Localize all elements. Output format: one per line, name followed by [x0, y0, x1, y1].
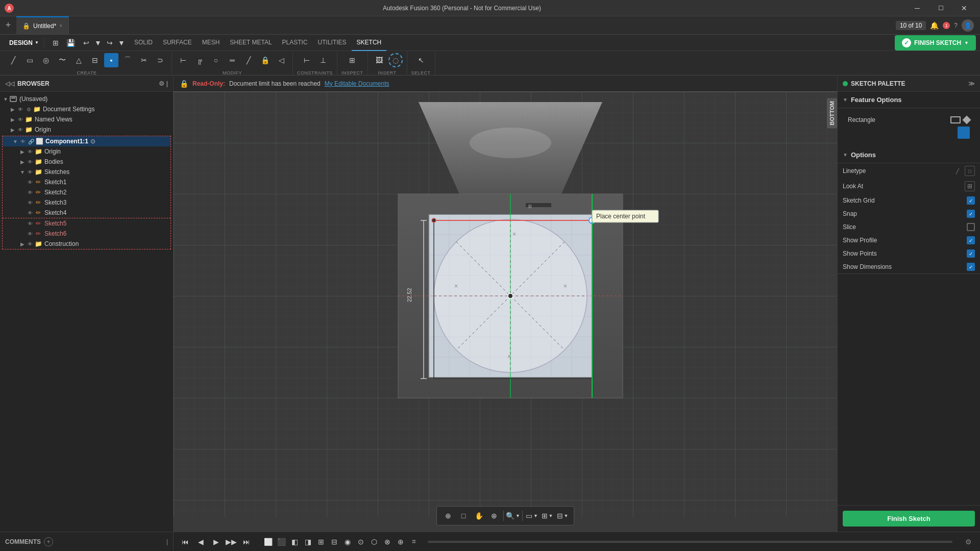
- vis-icon-origin[interactable]: 👁: [16, 126, 24, 134]
- slice-checkbox[interactable]: [967, 223, 975, 231]
- timeline-icon-6[interactable]: ⊟: [329, 536, 340, 547]
- circle-tool[interactable]: ○: [209, 53, 223, 67]
- polygon-tool[interactable]: △: [71, 53, 86, 67]
- lookat-button[interactable]: ⊞: [965, 181, 975, 191]
- save-button[interactable]: 💾: [64, 36, 78, 50]
- options-header[interactable]: ▼ Options: [838, 147, 980, 163]
- show-points-checkbox[interactable]: [967, 249, 975, 258]
- settings-gear-icon[interactable]: ⚙: [963, 536, 974, 547]
- vis-icon-sk4[interactable]: 👁: [26, 209, 34, 217]
- timeline-track[interactable]: [428, 541, 952, 543]
- timeline-icon-10[interactable]: ⊗: [382, 536, 393, 547]
- circle-arc-tool[interactable]: ◎: [39, 53, 53, 67]
- timeline-icon-8[interactable]: ⊙: [355, 536, 366, 547]
- rectangle-tool[interactable]: ▭: [22, 53, 37, 67]
- playback-start-btn[interactable]: ⏮: [180, 536, 191, 547]
- project-tool[interactable]: ╔: [192, 53, 207, 67]
- new-tab-button[interactable]: +: [0, 16, 16, 34]
- timeline-icon-5[interactable]: ⊞: [315, 536, 327, 547]
- measure-tool[interactable]: ⊞: [345, 53, 359, 67]
- playback-end-btn[interactable]: ⏭: [241, 536, 252, 547]
- vis-icon-sketches[interactable]: 👁: [26, 168, 34, 176]
- gear-icon-doc[interactable]: ⚙: [24, 105, 33, 113]
- select-tool[interactable]: ↖: [414, 53, 428, 67]
- finish-sketch-palette-button[interactable]: Finish Sketch: [843, 511, 975, 527]
- finish-sketch-button[interactable]: ✓ FINISH SKETCH ▼: [895, 35, 976, 51]
- tab-utilities[interactable]: UTILITIES: [313, 35, 352, 51]
- vis-icon-sk3[interactable]: 👁: [26, 198, 34, 207]
- lock-tool[interactable]: 🔒: [258, 53, 272, 67]
- tree-item-doc-settings[interactable]: ▶ 👁 ⚙ 📁 Document Settings: [0, 104, 173, 114]
- diamond-icon[interactable]: [963, 116, 971, 124]
- slot-tool[interactable]: ⊟: [88, 53, 102, 67]
- tab-plastic[interactable]: PLASTIC: [277, 35, 313, 51]
- vis-icon-const[interactable]: 👁: [26, 240, 34, 248]
- tree-item-origin-child[interactable]: ▶ 👁 📁 Origin: [3, 146, 170, 157]
- notification-icon[interactable]: 🔔: [930, 21, 939, 30]
- zoom-search-btn[interactable]: 🔍▼: [506, 509, 520, 523]
- vis-icon-named[interactable]: 👁: [16, 115, 24, 123]
- navigation-cursor-btn[interactable]: ⊕: [441, 509, 455, 523]
- rect-outline-icon[interactable]: [950, 116, 961, 123]
- orbit-btn[interactable]: □: [456, 509, 471, 523]
- linetype-dashed-icon[interactable]: □: [965, 166, 975, 176]
- insert-dxf-tool[interactable]: ◌: [388, 53, 403, 67]
- user-avatar[interactable]: 👤: [962, 19, 974, 32]
- editable-docs-link[interactable]: My Editable Documents: [325, 80, 389, 87]
- horizontal-constraint[interactable]: ⊢: [300, 53, 314, 67]
- tree-item-sketch5[interactable]: 👁 ✏ Sketch5: [3, 218, 170, 229]
- timeline-icon-7[interactable]: ◉: [342, 536, 353, 547]
- tree-arrow-unsaved[interactable]: ▼: [2, 95, 9, 103]
- timeline-icon-4[interactable]: ◨: [302, 536, 313, 547]
- undo-button[interactable]: ↩: [79, 36, 93, 50]
- vis-icon-sk1[interactable]: 👁: [26, 178, 34, 186]
- undo-dropdown[interactable]: ▼: [94, 36, 102, 50]
- panel-expand-btn[interactable]: ≫: [968, 80, 975, 87]
- vis-icon-comp[interactable]: 👁: [19, 137, 27, 145]
- tree-item-bodies[interactable]: ▶ 👁 📁 Bodies: [3, 157, 170, 167]
- double-line-tool[interactable]: ═: [225, 53, 239, 67]
- line-tool[interactable]: ╱: [6, 53, 20, 67]
- tree-item-sketch3[interactable]: 👁 ✏ Sketch3: [3, 197, 170, 208]
- vis-icon-sk6[interactable]: 👁: [26, 230, 34, 238]
- timeline-icon-2[interactable]: ⬛: [276, 536, 287, 547]
- vis-icon-origin2[interactable]: 👁: [26, 147, 34, 156]
- blue-square-button[interactable]: [958, 127, 970, 139]
- redo-button[interactable]: ↪: [103, 36, 117, 50]
- tab-sketch[interactable]: SKETCH: [352, 35, 387, 51]
- window-controls[interactable]: ─ ☐ ✕: [905, 0, 976, 16]
- viewport[interactable]: 🔒 Read-Only: Document limit has been rea…: [174, 76, 837, 532]
- tree-item-sketches[interactable]: ▼ 👁 📁 Sketches: [3, 167, 170, 177]
- show-dimensions-checkbox[interactable]: [967, 263, 975, 271]
- dimension-tool[interactable]: ⊢: [176, 53, 190, 67]
- triangle-tool[interactable]: ◁: [274, 53, 288, 67]
- sidebar-collapse-btn[interactable]: ◁◁: [5, 80, 14, 87]
- timeline-icon-9[interactable]: ⬡: [369, 536, 380, 547]
- component-target-icon[interactable]: ⊙: [90, 138, 95, 145]
- linetype-solid-icon[interactable]: ╱: [952, 166, 963, 176]
- vis-icon-doc[interactable]: 👁: [16, 105, 24, 113]
- tab-surface[interactable]: SURFACE: [158, 35, 197, 51]
- spline-tool[interactable]: 〜: [55, 53, 69, 67]
- timeline-icon-12[interactable]: ⌗: [408, 536, 420, 547]
- close-button[interactable]: ✕: [952, 0, 976, 16]
- center-rect-tool[interactable]: ▪: [104, 53, 118, 67]
- perpendicular-constraint[interactable]: ⊥: [316, 53, 330, 67]
- browser-pin-icon[interactable]: |: [166, 80, 168, 87]
- feature-options-header[interactable]: ▼ Feature Options: [838, 92, 980, 108]
- tree-item-named-views[interactable]: ▶ 👁 📁 Named Views: [0, 114, 173, 124]
- pan-btn[interactable]: ✋: [472, 509, 486, 523]
- snap-checkbox[interactable]: [967, 210, 975, 218]
- playback-prev-btn[interactable]: ◀: [195, 536, 206, 547]
- redo-dropdown[interactable]: ▼: [118, 36, 125, 50]
- add-comment-button[interactable]: +: [44, 537, 53, 546]
- offset-tool[interactable]: ⊃: [153, 53, 167, 67]
- vis-icon-bodies[interactable]: 👁: [26, 158, 34, 166]
- trim-tool[interactable]: ✂: [137, 53, 151, 67]
- tab-mesh[interactable]: MESH: [197, 35, 225, 51]
- minimize-button[interactable]: ─: [905, 0, 929, 16]
- help-icon[interactable]: ?: [954, 22, 958, 29]
- grid-menu-button[interactable]: ⊞: [48, 36, 63, 50]
- vis-icon-sk2[interactable]: 👁: [26, 188, 34, 196]
- design-dropdown[interactable]: DESIGN ▼: [4, 37, 44, 48]
